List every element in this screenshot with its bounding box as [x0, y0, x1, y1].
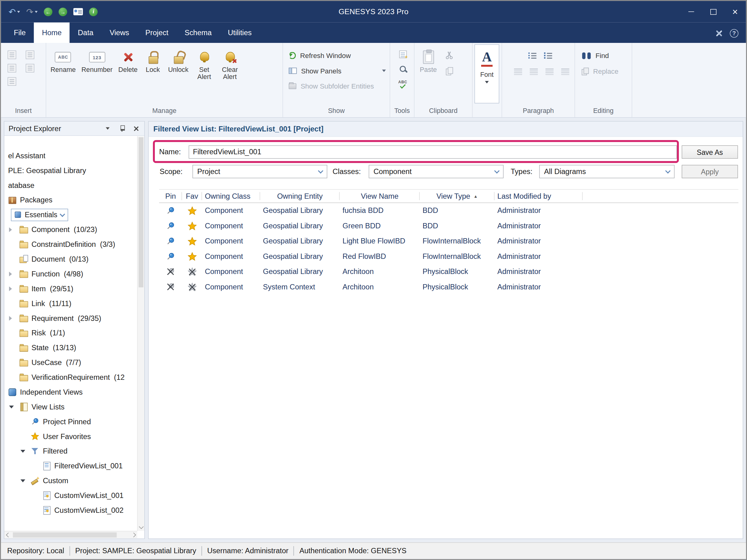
pin-icon[interactable] [166, 222, 175, 230]
tree-item-project-pinned[interactable]: Project Pinned [4, 414, 136, 429]
numbered-list-button[interactable] [542, 50, 555, 61]
column-header-owning-class[interactable]: Owning Class [202, 190, 260, 203]
tree-item-user-favorites[interactable]: User Favorites [4, 429, 136, 444]
table-row[interactable]: ComponentSystem ContextArchitoonPhysical… [159, 279, 738, 294]
cut-button[interactable] [443, 50, 455, 61]
renumber-button[interactable]: Renumber [79, 48, 115, 74]
pin-icon[interactable] [166, 252, 175, 261]
pin-icon[interactable] [166, 237, 175, 246]
tree-item-el-assistant[interactable]: el Assistant [4, 148, 136, 163]
expand-arrow-icon[interactable] [8, 272, 20, 276]
panel-close-button[interactable] [132, 125, 140, 132]
tree-item-link-11-11[interactable]: Link (11/11) [4, 296, 136, 311]
tree-item-requirement-29-35[interactable]: Requirement (29/35) [4, 311, 136, 326]
justify-button[interactable] [559, 66, 571, 77]
align-left-button[interactable] [512, 66, 524, 77]
classes-select[interactable]: Component [369, 165, 504, 178]
forward-button[interactable]: → [59, 7, 67, 16]
help-button[interactable] [730, 29, 738, 36]
insert-tool-icon[interactable] [8, 77, 16, 86]
back-button[interactable]: ← [44, 7, 52, 16]
find-button[interactable]: Find [581, 49, 630, 62]
bullet-list-button[interactable] [526, 50, 539, 61]
align-center-button[interactable] [527, 66, 540, 77]
panel-menu-button[interactable] [104, 125, 112, 132]
expand-arrow-icon[interactable] [8, 316, 20, 320]
column-header-last-modified-by[interactable]: Last Modified by [494, 190, 583, 203]
font-button[interactable]: Font [474, 45, 499, 104]
replace-button[interactable]: Replace [581, 65, 630, 78]
scrollbar-thumb[interactable] [13, 532, 117, 537]
rename-button[interactable]: Rename [48, 48, 78, 74]
show-subfolder-entities-button[interactable]: Show Subfolder Entities [288, 79, 387, 93]
scroll-left-button[interactable] [4, 531, 12, 539]
scroll-right-button[interactable] [130, 531, 137, 539]
collapse-arrow-icon[interactable] [20, 479, 31, 482]
expand-arrow-icon[interactable] [8, 227, 20, 232]
close-button[interactable] [724, 1, 746, 23]
tree-item-risk-1-1[interactable]: Risk (1/1) [4, 326, 136, 340]
contact-card-button[interactable] [73, 8, 83, 15]
delete-button[interactable]: Delete [116, 48, 140, 74]
maximize-button[interactable] [702, 1, 724, 23]
menu-tab-home[interactable]: Home [34, 23, 70, 43]
column-header-pin[interactable]: Pin [159, 190, 182, 203]
expand-arrow-icon[interactable] [8, 286, 20, 291]
favorite-star-icon[interactable] [187, 206, 197, 215]
table-row[interactable]: ComponentGeospatial Libraryfuchsia BDDBD… [159, 203, 738, 218]
pin-disabled-icon[interactable] [166, 268, 175, 276]
tree-item-verificationrequirement-12[interactable]: VerificationRequirement (12 [4, 370, 136, 385]
menu-tab-schema[interactable]: Schema [176, 23, 220, 43]
search-tool-button[interactable] [397, 63, 409, 75]
tree-item-state-13-13[interactable]: State (13/13) [4, 340, 136, 355]
favorite-star-disabled-icon[interactable] [187, 282, 197, 291]
menu-tab-utilities[interactable]: Utilities [220, 23, 260, 43]
tree-item-constraintdefinition-3-3[interactable]: ConstraintDefinition (3/3) [4, 237, 136, 252]
tree-item-packages[interactable]: Packages [4, 193, 136, 207]
insert-tool-icon[interactable] [8, 51, 16, 59]
undo-button[interactable]: ↶ [9, 7, 20, 16]
refresh-window-button[interactable]: Refresh Window [288, 49, 387, 62]
collapse-arrow-icon[interactable] [20, 450, 31, 452]
about-button[interactable]: i [89, 7, 98, 16]
tree-item-view-lists[interactable]: View Lists [4, 399, 136, 414]
unlock-button[interactable]: Unlock [165, 48, 191, 74]
tree-item-document-0-13[interactable]: Document (0/13) [4, 252, 136, 266]
lock-button[interactable]: Lock [141, 48, 165, 74]
types-select[interactable]: All Diagrams [539, 165, 674, 178]
favorite-star-icon[interactable] [187, 221, 197, 230]
tree-item-ple-geospatial-library[interactable]: PLE: Geospatial Library [4, 163, 136, 178]
tree-item-customviewlist-001[interactable]: CustomViewList_001 [4, 488, 136, 503]
vertical-scrollbar[interactable] [137, 136, 144, 531]
save-as-button[interactable]: Save As [681, 145, 738, 159]
annotate-tool-button[interactable] [397, 49, 409, 60]
settings-button[interactable] [715, 29, 722, 36]
table-row[interactable]: ComponentGeospatial LibraryLight Blue Fl… [159, 234, 738, 249]
tree-item-filtered[interactable]: Filtered [4, 444, 136, 458]
tree-item-item-29-51[interactable]: Item (29/51) [4, 281, 136, 296]
spell-check-button[interactable] [397, 78, 409, 90]
align-right-button[interactable] [543, 66, 556, 77]
scope-select[interactable]: Project [192, 165, 327, 178]
tree-item-filteredviewlist-001[interactable]: FilteredViewList_001 [4, 458, 136, 473]
paste-button[interactable]: Paste [416, 48, 440, 107]
column-header-view-name[interactable]: View Name [340, 190, 419, 203]
scroll-down-button[interactable] [137, 523, 144, 531]
table-row[interactable]: ComponentGeospatial LibraryArchitoonPhys… [159, 264, 738, 279]
menu-tab-file[interactable]: File [6, 23, 34, 43]
tree-item-component-10-23[interactable]: Component (10/23) [4, 222, 136, 237]
copy-button[interactable] [443, 66, 455, 77]
show-panels-button[interactable]: Show Panels [288, 64, 387, 78]
table-row[interactable]: ComponentGeospatial LibraryGreen BDDBDDA… [159, 218, 738, 233]
tree-item-custom[interactable]: Custom [4, 473, 136, 488]
tree-item-independent-views[interactable]: Independent Views [4, 384, 136, 399]
name-input[interactable] [189, 145, 677, 159]
menu-tab-data[interactable]: Data [70, 23, 101, 43]
favorite-star-icon[interactable] [187, 237, 197, 246]
apply-button[interactable]: Apply [681, 165, 738, 178]
menu-tab-views[interactable]: Views [101, 23, 137, 43]
column-header-owning-entity[interactable]: Owning Entity [260, 190, 340, 203]
column-header-view-type[interactable]: View Type▲ [420, 190, 495, 203]
insert-tool-icon[interactable] [8, 64, 16, 73]
tree-item-usecase-7-7[interactable]: UseCase (7/7) [4, 355, 136, 370]
